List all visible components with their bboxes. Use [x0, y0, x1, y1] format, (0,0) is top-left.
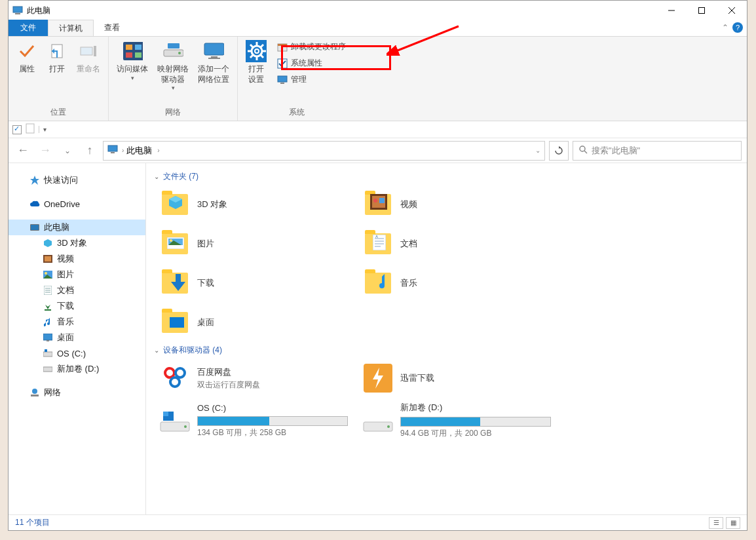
nav-onedrive[interactable]: OneDrive	[9, 196, 145, 212]
svg-rect-36	[280, 83, 284, 84]
svg-rect-39	[111, 152, 115, 153]
collapse-ribbon-icon[interactable]: ⌃	[722, 23, 728, 32]
svg-line-42	[584, 151, 587, 153]
pc-icon	[107, 144, 118, 157]
download-icon	[43, 301, 53, 311]
folder-music[interactable]: 音乐	[357, 263, 560, 303]
recent-locations-button[interactable]: ⌄	[58, 142, 77, 160]
folder-documents[interactable]: A文档	[357, 224, 560, 263]
nav-3d-objects[interactable]: 3D 对象	[9, 235, 145, 251]
chevron-down-icon[interactable]: ⌄	[535, 147, 540, 154]
minimize-button[interactable]	[656, 1, 687, 20]
svg-rect-0	[13, 7, 22, 12]
group-system-label: 系统	[242, 106, 351, 121]
tab-computer[interactable]: 计算机	[48, 20, 94, 36]
maximize-button[interactable]	[687, 1, 717, 20]
search-input[interactable]: 搜索"此电脑"	[573, 141, 742, 161]
system-properties-button[interactable]: 系统属性	[272, 56, 351, 71]
search-icon	[578, 145, 588, 156]
forward-button: →	[36, 142, 54, 160]
folder-pictures[interactable]: 图片	[154, 224, 357, 263]
nav-videos[interactable]: 视频	[9, 251, 145, 267]
group-location-label: 位置	[12, 106, 104, 121]
svg-rect-55	[45, 309, 51, 311]
uninstall-programs-button[interactable]: 卸载或更改程序	[272, 39, 351, 54]
tab-file[interactable]: 文件	[9, 20, 48, 36]
network-icon	[29, 387, 40, 398]
nav-network[interactable]: 网络	[9, 385, 145, 400]
qat-dropdown[interactable]: ▾	[39, 126, 47, 133]
rename-button: 重命名	[73, 39, 104, 76]
svg-rect-35	[278, 76, 287, 82]
nav-music[interactable]: 音乐	[9, 314, 145, 330]
details-view-button[interactable]: ☰	[709, 517, 723, 529]
drive-icon	[162, 41, 183, 62]
baidu-icon	[159, 362, 191, 394]
body: 快速访问 OneDrive 此电脑 3D 对象 视频 图片 文档 下载 音乐 桌…	[9, 163, 747, 514]
nav-desktop[interactable]: 桌面	[9, 330, 145, 345]
svg-marker-54	[45, 302, 50, 309]
svg-rect-1	[15, 13, 20, 14]
properties-icon	[277, 58, 288, 69]
device-baidu[interactable]: 百度网盘双击运行百度网盘	[154, 358, 357, 398]
nav-this-pc[interactable]: 此电脑	[9, 220, 145, 235]
svg-point-23	[255, 49, 259, 53]
this-pc-icon	[12, 5, 23, 16]
svg-text:A: A	[375, 235, 378, 239]
help-icon[interactable]: ?	[732, 22, 743, 33]
up-button[interactable]: ↑	[81, 142, 99, 160]
devices-group-header[interactable]: ⌄设备和驱动器 (4)	[154, 342, 747, 358]
nav-drive-c[interactable]: OS (C:)	[9, 345, 145, 361]
svg-point-16	[178, 52, 181, 54]
svg-rect-20	[208, 58, 220, 59]
status-bar: 11 个项目 ☰ ▦	[9, 514, 747, 530]
tab-view[interactable]: 查看	[94, 20, 130, 36]
open-button[interactable]: 打开	[43, 39, 71, 76]
checkbox-icon[interactable]	[12, 125, 22, 134]
picture-icon	[43, 269, 53, 280]
package-icon	[277, 42, 288, 52]
drive-d[interactable]: 新加卷 (D:) 94.4 GB 可用，共 200 GB	[357, 398, 560, 443]
video-icon	[43, 254, 53, 264]
folder-desktop[interactable]: 桌面	[154, 303, 357, 342]
folder-3d-objects[interactable]: 3D 对象	[154, 185, 357, 224]
drive-icon	[43, 348, 53, 358]
icons-view-button[interactable]: ▦	[726, 517, 740, 529]
folders-group-header[interactable]: ⌄文件夹 (7)	[154, 168, 747, 185]
address-bar[interactable]: ›此电脑› ⌄	[103, 141, 545, 161]
device-xunlei[interactable]: 迅雷下载	[357, 358, 560, 398]
svg-marker-44	[44, 239, 52, 247]
access-media-button[interactable]: 访问媒体▾	[113, 39, 152, 83]
properties-button[interactable]: 属性	[12, 39, 41, 76]
cloud-icon	[29, 199, 40, 209]
drive-icon	[43, 364, 53, 374]
folder-downloads[interactable]: 下载	[154, 263, 357, 303]
svg-marker-43	[30, 176, 39, 185]
nav-drive-d[interactable]: 新加卷 (D:)	[9, 361, 145, 377]
svg-rect-56	[43, 334, 52, 340]
nav-quick-access[interactable]: 快速访问	[9, 172, 145, 188]
close-button[interactable]	[717, 1, 747, 20]
folder-videos[interactable]: 视频	[357, 185, 560, 224]
navigation-pane: 快速访问 OneDrive 此电脑 3D 对象 视频 图片 文档 下载 音乐 桌…	[9, 163, 146, 514]
nav-documents[interactable]: 文档	[9, 282, 145, 298]
manage-button[interactable]: 管理	[272, 72, 351, 87]
svg-point-84	[170, 377, 180, 387]
group-network-label: 网络	[113, 106, 233, 121]
drive-c[interactable]: OS (C:) 134 GB 可用，共 258 GB	[154, 398, 357, 443]
add-network-location-button[interactable]: 添加一个 网络位置	[194, 39, 233, 86]
svg-rect-19	[211, 56, 217, 58]
open-settings-button[interactable]: 打开 设置	[242, 39, 271, 86]
nav-pictures[interactable]: 图片	[9, 267, 145, 282]
back-button[interactable]: ←	[14, 142, 32, 160]
svg-marker-80	[171, 282, 185, 291]
svg-point-87	[184, 425, 187, 428]
monitor-icon	[203, 41, 224, 62]
map-drive-button[interactable]: 映射网络 驱动器▾	[153, 39, 193, 94]
nav-downloads[interactable]: 下载	[9, 298, 145, 314]
content-pane: ⌄文件夹 (7) 3D 对象 视频 图片 A文档 下载 音乐 桌面 ⌄设备和驱动…	[146, 163, 747, 514]
refresh-button[interactable]	[549, 141, 569, 161]
document-icon	[26, 123, 35, 136]
music-icon	[43, 317, 53, 327]
svg-rect-60	[43, 367, 52, 372]
